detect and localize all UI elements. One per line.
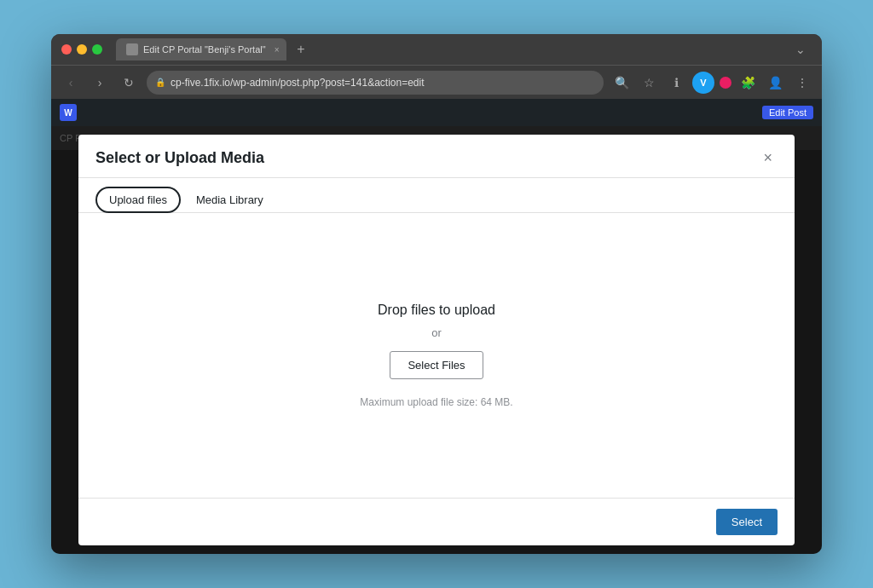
maximize-traffic-light[interactable]: [92, 44, 102, 55]
vivaldi-icon[interactable]: V: [692, 72, 714, 94]
tab-favicon: [126, 43, 138, 55]
minimize-traffic-light[interactable]: [77, 44, 87, 55]
search-icon[interactable]: 🔍: [610, 72, 633, 94]
max-size-text: Maximum upload file size: 64 MB.: [360, 396, 512, 408]
tab-media-library[interactable]: Media Library: [184, 188, 275, 211]
reload-button[interactable]: ↻: [118, 72, 140, 94]
select-files-button[interactable]: Select Files: [390, 351, 483, 379]
url-text: cp-five.1fix.io/wp-admin/post.php?post=1…: [171, 77, 595, 89]
modal-tabs: Upload files Media Library: [78, 178, 795, 213]
lock-icon: 🔒: [155, 78, 165, 87]
browser-tab[interactable]: Edit CP Portal "Benji's Portal" ×: [116, 38, 286, 61]
modal-overlay: Select or Upload Media × Upload files Me…: [51, 126, 822, 554]
new-tab-btn[interactable]: +: [290, 38, 312, 61]
edit-post-btn[interactable]: Edit Post: [762, 106, 813, 119]
tab-bar: Edit CP Portal "Benji's Portal" × +: [116, 38, 783, 61]
modal-body: Drop files to upload or Select Files Max…: [78, 213, 795, 498]
close-traffic-light[interactable]: [61, 44, 72, 55]
traffic-lights: [61, 44, 102, 55]
modal-close-btn[interactable]: ×: [758, 148, 778, 167]
wp-admin-bar: W Edit Post: [51, 99, 822, 126]
browser-content: W Edit Post Select or Upload Media × Upl…: [51, 99, 822, 554]
window-menu-icon[interactable]: ⌄: [789, 38, 812, 61]
profile-icon[interactable]: 👤: [764, 72, 786, 94]
browser-titlebar: Edit CP Portal "Benji's Portal" × + ⌄: [51, 34, 822, 65]
drop-files-text: Drop files to upload: [378, 303, 495, 318]
tab-upload-files[interactable]: Upload files: [95, 187, 181, 213]
extensions-icon[interactable]: 🧩: [737, 72, 759, 94]
browser-toolbar: ‹ › ↻ 🔒 cp-five.1fix.io/wp-admin/post.ph…: [51, 65, 822, 99]
wp-logo: W: [60, 104, 77, 121]
wp-admin-bar-right: Edit Post: [762, 106, 813, 119]
tab-label: Edit CP Portal "Benji's Portal": [143, 44, 266, 55]
address-bar[interactable]: 🔒 cp-five.1fix.io/wp-admin/post.php?post…: [147, 71, 604, 95]
upload-area: Drop files to upload or Select Files Max…: [360, 303, 512, 408]
back-button[interactable]: ‹: [60, 72, 82, 94]
bookmark-icon[interactable]: ☆: [638, 72, 660, 94]
or-text: or: [431, 326, 442, 339]
tab-close-btn[interactable]: ×: [271, 43, 283, 55]
modal-title: Select or Upload Media: [95, 149, 264, 167]
theme-dot-icon[interactable]: [720, 77, 731, 89]
menu-icon[interactable]: ⋮: [791, 72, 813, 94]
browser-window: Edit CP Portal "Benji's Portal" × + ⌄ ‹ …: [51, 34, 822, 554]
forward-button[interactable]: ›: [89, 72, 111, 94]
media-modal: Select or Upload Media × Upload files Me…: [78, 135, 795, 545]
select-button[interactable]: Select: [716, 509, 778, 535]
toolbar-icons: 🔍 ☆ ℹ V 🧩 👤 ⋮: [610, 72, 813, 94]
info-icon[interactable]: ℹ: [665, 72, 687, 94]
modal-footer: Select: [78, 498, 795, 545]
modal-header: Select or Upload Media ×: [78, 135, 795, 178]
